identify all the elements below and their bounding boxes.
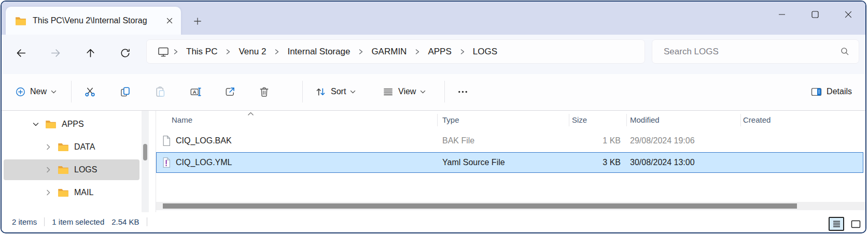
- copy-button[interactable]: [114, 81, 136, 102]
- sort-button-label: Sort: [331, 87, 346, 96]
- new-tab-icon: [193, 17, 202, 25]
- minimize-button[interactable]: [770, 6, 794, 23]
- up-button[interactable]: [79, 42, 101, 64]
- status-bar: 2 items 1 item selected 2.54 KB: [2, 212, 865, 231]
- explorer-tab[interactable]: This PC\Venu 2\Internal Storag: [6, 7, 181, 35]
- column-header-modified[interactable]: Modified: [630, 111, 660, 129]
- copy-icon: [119, 86, 131, 98]
- address-bar[interactable]: This PC Venu 2 Internal Storage GARMIN A…: [146, 39, 645, 64]
- breadcrumb-chevron-icon[interactable]: [273, 48, 281, 55]
- breadcrumb-logs[interactable]: LOGS: [466, 42, 504, 61]
- search-input[interactable]: [663, 46, 839, 57]
- horizontal-scrollbar-thumb[interactable]: [163, 203, 797, 209]
- breadcrumb-chevron-icon[interactable]: [172, 48, 179, 55]
- minimize-icon: [778, 11, 786, 18]
- more-icon: [457, 86, 469, 98]
- column-resize-handle[interactable]: [626, 114, 627, 126]
- details-pane-button[interactable]: Details: [805, 81, 857, 102]
- file-modified: 30/08/2024 13:00: [630, 152, 695, 173]
- column-resize-handle[interactable]: [437, 114, 438, 126]
- sidebar-item-label: APPS: [62, 120, 84, 129]
- breadcrumb-venu-2[interactable]: Venu 2: [232, 42, 273, 61]
- sidebar-item-logs[interactable]: LOGS: [4, 159, 139, 180]
- column-resize-handle[interactable]: [740, 114, 741, 126]
- tree-collapsed-icon[interactable]: [44, 143, 52, 151]
- view-toggles: [829, 217, 863, 231]
- search-icon[interactable]: [839, 46, 850, 57]
- breadcrumb-chevron-icon[interactable]: [357, 48, 365, 55]
- column-header-size[interactable]: Size: [572, 111, 587, 129]
- refresh-button[interactable]: [114, 42, 136, 64]
- file-row-ciq-log-bak[interactable]: CIQ_LOG.BAK BAK File 1 KB 29/08/2024 19:…: [156, 130, 863, 151]
- file-list: Name Type Size Modified Created CIQ_LOG.…: [156, 111, 865, 212]
- breadcrumb-chevron-icon[interactable]: [224, 48, 232, 55]
- sidebar-item-label: DATA: [74, 142, 95, 152]
- file-type: BAK File: [442, 130, 474, 151]
- breadcrumb-internal-storage[interactable]: Internal Storage: [281, 42, 357, 61]
- sidebar-scrollbar-thumb[interactable]: [143, 144, 147, 160]
- toolbar-divider: [302, 81, 303, 102]
- paste-icon: [155, 86, 166, 98]
- main-area: APPS DATA LOGS: [2, 111, 865, 212]
- folder-icon: [58, 142, 69, 152]
- breadcrumb-chevron-icon[interactable]: [458, 48, 466, 55]
- tab-close-button[interactable]: [162, 13, 177, 28]
- selection-size: 2.54 KB: [111, 217, 139, 226]
- paste-button[interactable]: [149, 81, 172, 102]
- search-box: [652, 39, 859, 64]
- delete-button[interactable]: [253, 81, 275, 102]
- tab-folder-icon: [15, 16, 26, 26]
- command-toolbar: New A: [2, 74, 865, 111]
- cut-button[interactable]: [78, 81, 101, 102]
- back-button[interactable]: [10, 42, 32, 64]
- details-view-icon: [832, 219, 841, 228]
- maximize-button[interactable]: [803, 6, 827, 23]
- share-button[interactable]: [218, 81, 241, 102]
- breadcrumb-chevron-icon[interactable]: [413, 48, 421, 55]
- horizontal-scrollbar[interactable]: [156, 202, 865, 210]
- refresh-icon: [119, 47, 131, 59]
- details-panel-icon: [810, 86, 822, 98]
- thumbnail-view-icon: [851, 219, 861, 229]
- see-more-button[interactable]: [451, 81, 474, 102]
- column-header-created[interactable]: Created: [743, 111, 771, 129]
- column-header-name[interactable]: Name: [172, 111, 192, 129]
- new-button[interactable]: New: [9, 81, 63, 102]
- file-row-ciq-log-yml-selected[interactable]: CIQ_LOG.YML Yaml Source File 3 KB 30/08/…: [156, 152, 863, 173]
- column-resize-handle[interactable]: [569, 114, 569, 126]
- breadcrumb-apps[interactable]: APPS: [421, 42, 458, 61]
- share-icon: [224, 86, 236, 98]
- new-tab-button[interactable]: [189, 13, 206, 30]
- sidebar-item-mail[interactable]: MAIL: [4, 182, 139, 203]
- sidebar-item-data[interactable]: DATA: [4, 137, 139, 157]
- column-header-type[interactable]: Type: [442, 111, 459, 129]
- tab-close-icon: [166, 18, 173, 24]
- new-button-label: New: [30, 87, 47, 96]
- file-blank-icon: [160, 135, 173, 147]
- rename-icon: A: [190, 86, 202, 98]
- sidebar-item-apps[interactable]: APPS: [4, 114, 139, 135]
- breadcrumb-this-pc[interactable]: This PC: [179, 42, 224, 61]
- tree-expanded-icon[interactable]: [32, 120, 40, 128]
- breadcrumb-garmin[interactable]: GARMIN: [365, 42, 413, 61]
- window-controls: [770, 6, 860, 23]
- tree-collapsed-icon[interactable]: [44, 166, 52, 174]
- view-button[interactable]: View: [377, 81, 431, 102]
- maximize-icon: [811, 11, 819, 18]
- tree-collapsed-icon[interactable]: [44, 188, 52, 197]
- svg-text:A: A: [192, 89, 196, 94]
- sidebar-scrollbar[interactable]: [142, 111, 149, 212]
- chevron-down-icon: [350, 90, 356, 94]
- sort-button[interactable]: Sort: [310, 81, 361, 102]
- new-icon: [15, 86, 26, 97]
- close-button[interactable]: [836, 6, 860, 23]
- details-view-toggle[interactable]: [829, 217, 844, 231]
- file-explorer-window: This PC\Venu 2\Internal Storag: [1, 1, 866, 233]
- rename-button[interactable]: A: [184, 81, 207, 102]
- status-divider: [147, 217, 147, 226]
- file-size: 3 KB: [569, 152, 621, 173]
- forward-button[interactable]: [45, 42, 66, 64]
- forward-icon: [50, 47, 62, 59]
- thumbnail-view-toggle[interactable]: [848, 217, 863, 231]
- cut-icon: [84, 86, 96, 98]
